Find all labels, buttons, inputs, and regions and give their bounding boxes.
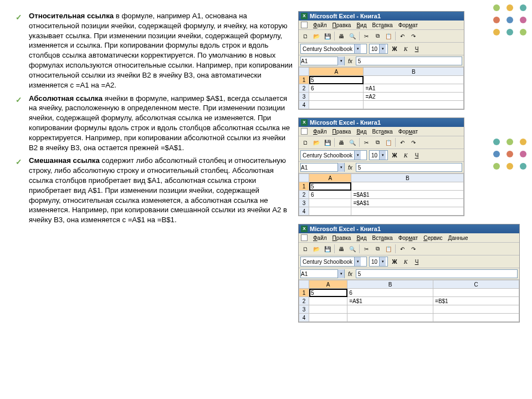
cell-C4[interactable] <box>433 314 519 322</box>
paste-icon[interactable]: 📋 <box>383 31 393 41</box>
preview-icon[interactable]: 🔍 <box>347 31 357 41</box>
open-icon[interactable]: 📂 <box>311 137 321 147</box>
menu-tools[interactable]: Сервис <box>423 235 442 241</box>
open-icon[interactable]: 📂 <box>311 244 321 254</box>
cell-A2[interactable]: 6 <box>309 191 351 199</box>
menu-file[interactable]: Файл <box>313 22 327 28</box>
menu-edit[interactable]: Правка <box>332 129 351 135</box>
italic-button[interactable]: К <box>401 152 410 158</box>
col-header-A[interactable]: A <box>309 280 347 289</box>
new-icon[interactable]: 🗋 <box>300 31 310 41</box>
save-icon[interactable]: 💾 <box>323 137 332 147</box>
undo-icon[interactable]: ↶ <box>397 137 407 147</box>
print-icon[interactable]: 🖶 <box>336 137 346 147</box>
select-all-cell[interactable] <box>299 280 309 289</box>
cell-B2[interactable]: =$A$1 <box>351 191 464 199</box>
col-header-A[interactable]: A <box>309 174 351 182</box>
copy-icon[interactable]: ⧉ <box>372 244 382 254</box>
italic-button[interactable]: К <box>401 259 410 265</box>
menu-insert[interactable]: Вставка <box>372 22 392 28</box>
cell-B3[interactable] <box>347 305 433 314</box>
row-header-3[interactable]: 3 <box>299 93 309 101</box>
menu-format[interactable]: Формат <box>398 235 418 241</box>
cell-A2[interactable]: 6 <box>309 84 364 93</box>
row-header-4[interactable]: 4 <box>299 101 309 109</box>
undo-icon[interactable]: ↶ <box>397 31 407 41</box>
font-combo[interactable]: Century Schoolbook▾ <box>300 257 367 267</box>
italic-button[interactable]: К <box>401 46 410 52</box>
menu-data[interactable]: Данные <box>448 235 468 241</box>
menu-edit[interactable]: Правка <box>332 22 351 28</box>
formula-input[interactable]: 5 <box>356 163 462 172</box>
cell-B4[interactable] <box>351 207 464 216</box>
cell-A3[interactable] <box>309 199 351 207</box>
cell-A4[interactable] <box>309 314 347 322</box>
cell-A4[interactable] <box>309 101 364 109</box>
col-header-C[interactable]: C <box>433 280 519 289</box>
col-header-B[interactable]: B <box>351 174 464 182</box>
paste-icon[interactable]: 📋 <box>383 137 393 147</box>
menu-view[interactable]: Вид <box>356 129 366 135</box>
menu-insert[interactable]: Вставка <box>372 129 392 135</box>
cell-B4[interactable] <box>347 314 433 322</box>
cell-B4[interactable] <box>364 101 464 109</box>
row-header-4[interactable]: 4 <box>299 314 309 322</box>
print-icon[interactable]: 🖶 <box>336 244 346 254</box>
save-icon[interactable]: 💾 <box>323 31 332 41</box>
menu-format[interactable]: Формат <box>398 22 418 28</box>
select-all-cell[interactable] <box>299 68 309 76</box>
row-header-1[interactable]: 1 <box>299 289 309 297</box>
paste-icon[interactable]: 📋 <box>383 244 393 254</box>
cell-B2[interactable]: =A$1 <box>347 297 433 305</box>
redo-icon[interactable]: ↷ <box>408 244 418 254</box>
cell-C2[interactable]: =B$1 <box>433 297 519 305</box>
fx-label[interactable]: fx <box>346 165 354 171</box>
new-icon[interactable]: 🗋 <box>300 244 310 254</box>
cell-C1[interactable] <box>433 289 519 297</box>
menu-format[interactable]: Формат <box>398 129 418 135</box>
copy-icon[interactable]: ⧉ <box>372 31 382 41</box>
row-header-3[interactable]: 3 <box>299 305 309 314</box>
row-header-1[interactable]: 1 <box>299 76 309 84</box>
copy-icon[interactable]: ⧉ <box>372 137 382 147</box>
preview-icon[interactable]: 🔍 <box>347 137 357 147</box>
bold-button[interactable]: Ж <box>390 259 399 265</box>
row-header-3[interactable]: 3 <box>299 199 309 207</box>
cell-C3[interactable] <box>433 305 519 314</box>
cell-A2[interactable] <box>309 297 347 305</box>
cell-B3[interactable]: =$A$1 <box>351 199 464 207</box>
row-header-1[interactable]: 1 <box>299 182 309 191</box>
formula-input[interactable]: 5 <box>356 269 518 278</box>
row-header-2[interactable]: 2 <box>299 297 309 305</box>
cell-B1[interactable] <box>351 182 464 191</box>
row-header-2[interactable]: 2 <box>299 191 309 199</box>
col-header-A[interactable]: A <box>309 68 364 76</box>
name-box[interactable]: A1▾ <box>300 269 345 278</box>
menu-file[interactable]: Файл <box>313 235 327 241</box>
col-header-B[interactable]: B <box>347 280 433 289</box>
cut-icon[interactable]: ✂ <box>361 31 371 41</box>
font-size-combo[interactable]: 10▾ <box>369 257 388 267</box>
new-icon[interactable]: 🗋 <box>300 137 310 147</box>
cut-icon[interactable]: ✂ <box>361 244 371 254</box>
cell-A3[interactable] <box>309 93 364 101</box>
row-header-4[interactable]: 4 <box>299 207 309 216</box>
menu-view[interactable]: Вид <box>356 22 366 28</box>
cell-B3[interactable]: =A2 <box>364 93 464 101</box>
col-header-B[interactable]: B <box>364 68 464 76</box>
redo-icon[interactable]: ↷ <box>408 31 418 41</box>
underline-button[interactable]: Ч <box>412 152 421 158</box>
save-icon[interactable]: 💾 <box>323 244 332 254</box>
redo-icon[interactable]: ↷ <box>408 137 418 147</box>
undo-icon[interactable]: ↶ <box>397 244 407 254</box>
font-size-combo[interactable]: 10▾ <box>369 150 388 160</box>
row-header-2[interactable]: 2 <box>299 84 309 93</box>
open-icon[interactable]: 📂 <box>311 31 321 41</box>
formula-input[interactable]: 5 <box>356 57 462 65</box>
name-box[interactable]: A1▾ <box>300 57 345 65</box>
menu-insert[interactable]: Вставка <box>372 235 392 241</box>
menu-file[interactable]: Файл <box>313 129 327 135</box>
cell-B1[interactable]: 6 <box>347 289 433 297</box>
name-box[interactable]: A1▾ <box>300 163 345 172</box>
preview-icon[interactable]: 🔍 <box>347 244 357 254</box>
